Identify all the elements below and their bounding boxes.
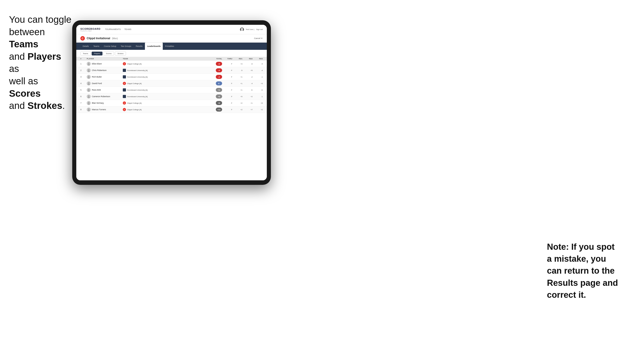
svg-point-17 <box>88 108 90 110</box>
toggle-scores[interactable]: Scores <box>104 52 114 55</box>
tab-leaderboards[interactable]: Leaderboards <box>145 43 163 50</box>
annotation-line5: and Strokes. <box>9 100 65 111</box>
player-cell: Rees Britt <box>87 88 123 92</box>
player-cell: Blair McHarg <box>87 101 123 105</box>
total-score: +11 <box>216 108 222 112</box>
header-player: PLAYER <box>87 58 123 60</box>
rank: 1 <box>80 63 87 65</box>
svg-point-13 <box>88 95 90 97</box>
table-row: 3 Rich Butler Scoreboard University [A] … <box>76 74 267 80</box>
rd1-val: +2 <box>232 102 242 104</box>
player-cell: Elliot Ebert <box>87 62 123 66</box>
player-cell: Chris Robertson <box>87 68 123 72</box>
annotation-line2: between Teams <box>9 27 45 50</box>
tab-printables[interactable]: Printables <box>163 43 176 50</box>
player-avatar <box>87 88 91 92</box>
total-score: -2 <box>216 75 222 79</box>
rd2-val: E <box>242 89 252 91</box>
table-row: 5 Rees Britt Scoreboard University [A] +… <box>76 87 267 93</box>
tab-tee-groups[interactable]: Tee Groups <box>118 43 134 50</box>
nav-links: TOURNAMENTS TEAMS <box>105 28 240 31</box>
toggle-players[interactable]: Players <box>92 52 103 55</box>
player-name: Marcus Turners <box>92 108 106 111</box>
tab-details[interactable]: Details <box>80 43 91 50</box>
player-name: Cameron Robertson <box>92 95 110 98</box>
svg-point-12 <box>88 90 90 92</box>
nav-tournaments[interactable]: TOURNAMENTS <box>105 28 120 31</box>
header-rd1: RD1 <box>232 58 242 60</box>
logo-text: SCOREBOARD <box>80 27 100 30</box>
svg-point-14 <box>88 97 90 98</box>
team-cell: Scoreboard University [A] <box>123 75 208 78</box>
rd3-val: +3 <box>252 82 263 85</box>
table-row: 7 Blair McHarg C Clippd College [A] +8 F… <box>76 100 267 106</box>
thru-val: F <box>222 109 232 111</box>
total-score: -8 <box>216 62 222 66</box>
team-cell: Scoreboard University [A] <box>123 69 208 72</box>
leaderboard-table: # PLAYER TEAM TOTAL THRU RD1 RD2 RD3 1 E… <box>76 57 267 180</box>
table-header: # PLAYER TEAM TOTAL THRU RD1 RD2 RD3 <box>76 57 267 61</box>
rd1-val: +3 <box>232 63 242 65</box>
header-rd2: RD2 <box>242 58 252 60</box>
rd2-val: -6 <box>242 63 252 65</box>
team-cell: C Clippd College [A] <box>123 82 208 85</box>
header-total: TOTAL <box>208 58 222 60</box>
rd3-val: +6 <box>252 102 263 104</box>
table-row: 6 Cameron Robertson Scoreboard Universit… <box>76 93 267 100</box>
player-name: Chris Robertson <box>92 69 106 71</box>
player-cell: Marcus Turners <box>87 108 123 112</box>
player-avatar <box>87 94 91 99</box>
thru-val: F <box>222 76 232 78</box>
powered-by: Powered by clippd <box>80 30 100 31</box>
toggle-strokes[interactable]: Strokes <box>115 52 126 55</box>
header-rank: # <box>80 58 87 60</box>
total-score: -4 <box>216 68 222 72</box>
left-annotation: You can toggle between Teams and Players… <box>9 13 72 112</box>
team-name: Clippd College [A] <box>127 63 142 65</box>
sign-out-link[interactable]: Sign out <box>256 28 263 30</box>
thru-val: F <box>222 63 232 65</box>
rank: 3 <box>80 76 87 78</box>
rd1-val: +2 <box>232 109 242 111</box>
player-name: Rees Britt <box>92 89 101 91</box>
right-annotation: Note: If you spota mistake, youcan retur… <box>547 241 633 301</box>
content-area: Teams Players Scores Strokes # PLAYER TE… <box>76 50 267 180</box>
top-nav: SCOREBOARD Powered by clippd TOURNAMENTS… <box>76 25 267 34</box>
annotation-line3: and Players as <box>9 51 61 74</box>
c-logo: C <box>80 36 85 41</box>
total-score: +1 <box>216 88 222 92</box>
team-logo: C <box>123 82 126 85</box>
table-row: 2 Chris Robertson Scoreboard University … <box>76 67 267 74</box>
svg-point-11 <box>88 89 90 90</box>
table-row: 4 David Ford C Clippd College [A] E F +1… <box>76 80 267 87</box>
tab-teams[interactable]: Teams <box>91 43 102 50</box>
team-logo: C <box>123 62 126 65</box>
team-cell: C Clippd College [A] <box>123 62 208 65</box>
tablet-screen: SCOREBOARD Powered by clippd TOURNAMENTS… <box>76 25 267 180</box>
player-cell: David Ford <box>87 81 123 85</box>
rd3-val: -4 <box>252 69 263 71</box>
team-name: Clippd College [A] <box>127 102 142 104</box>
thru-val: F <box>222 102 232 104</box>
rd1-val: +1 <box>232 82 242 85</box>
rd1-val: +1 <box>232 76 242 78</box>
rd3-val: -5 <box>252 63 263 65</box>
tournament-name: Clippd Invitational <box>87 37 110 40</box>
nav-user: Test User | Sign out <box>240 27 263 31</box>
table-row: 8 Marcus Turners C Clippd College [A] +1… <box>76 106 267 113</box>
svg-point-16 <box>88 103 90 105</box>
cancel-button[interactable]: Cancel ✕ <box>254 37 263 39</box>
rd1-val: +5 <box>232 96 242 98</box>
team-cell: C Clippd College [A] <box>123 101 208 105</box>
team-logo <box>123 95 126 98</box>
nav-teams[interactable]: TEAMS <box>124 28 131 31</box>
header-rd3: RD3 <box>252 58 263 60</box>
total-score: +6 <box>216 94 222 99</box>
tab-course-setup[interactable]: Course Setup <box>102 43 118 50</box>
annotation-line1: You can toggle <box>9 14 71 25</box>
rd2-val: -4 <box>242 82 252 85</box>
tab-results[interactable]: Results <box>134 43 145 50</box>
toggle-teams[interactable]: Teams <box>80 52 91 55</box>
table-row: 1 Elliot Ebert C Clippd College [A] -8 F… <box>76 61 267 67</box>
player-avatar <box>87 62 91 66</box>
